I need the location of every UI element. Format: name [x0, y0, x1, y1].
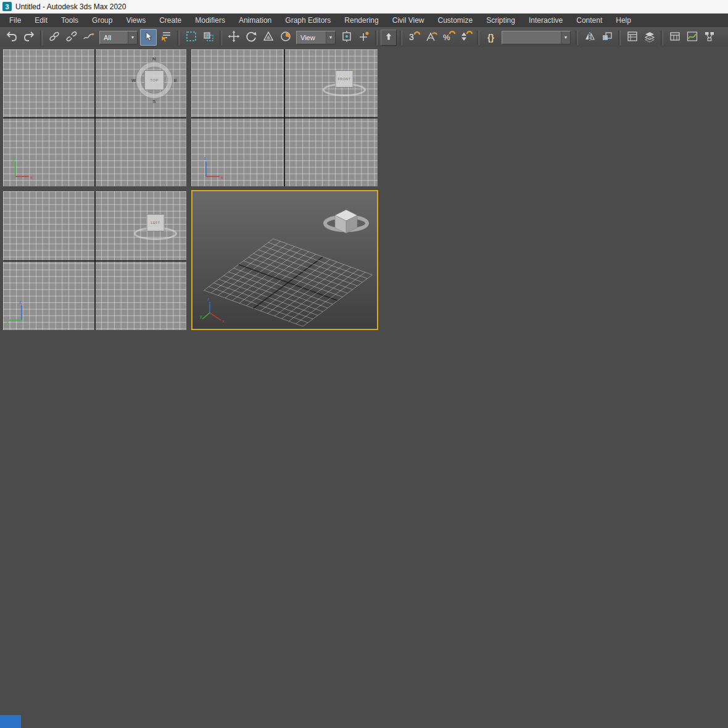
- viewport-top[interactable]: N E S W TOP y x: [3, 49, 186, 186]
- menu-item-animation[interactable]: Animation: [232, 14, 278, 27]
- toolbar-separator: [477, 30, 479, 45]
- menu-item-edit[interactable]: Edit: [28, 14, 54, 27]
- viewcube-face-top[interactable]: TOP: [144, 70, 164, 90]
- toolbar-separator: [400, 30, 402, 45]
- snap-toggle-3d-button[interactable]: 3: [405, 29, 422, 46]
- menu-item-help[interactable]: Help: [609, 14, 638, 27]
- viewcube-compass[interactable]: N E S W TOP: [132, 58, 176, 102]
- menu-item-rendering[interactable]: Rendering: [337, 14, 385, 27]
- layer-explorer-toggle-button[interactable]: [641, 29, 658, 46]
- redo-button[interactable]: [20, 29, 37, 46]
- svg-text:x: x: [221, 175, 223, 180]
- svg-text:y: y: [13, 156, 15, 161]
- use-pivot-center-button[interactable]: [338, 29, 355, 46]
- select-and-place-button[interactable]: [277, 29, 294, 46]
- ribbon-toggle-button[interactable]: [666, 29, 683, 46]
- menu-item-group[interactable]: Group: [85, 14, 119, 27]
- compass-north-label: N: [152, 56, 156, 62]
- reference-coordinate-value: View: [300, 34, 315, 41]
- menu-item-interactive[interactable]: Interactive: [522, 14, 569, 27]
- percent-snap-button[interactable]: %: [440, 29, 457, 46]
- app-logo-3dsmax: 3: [2, 2, 12, 11]
- bind-to-spacewarp-button[interactable]: [80, 29, 97, 46]
- menu-item-scripting[interactable]: Scripting: [479, 14, 522, 27]
- select-and-manipulate-button[interactable]: [355, 29, 372, 46]
- unlink-selection-button[interactable]: [63, 29, 80, 46]
- select-and-rotate-button[interactable]: [242, 29, 259, 46]
- rotate-icon: [245, 30, 257, 45]
- menu-item-views[interactable]: Views: [119, 14, 152, 27]
- viewport-left[interactable]: LEFT z y: [3, 191, 186, 330]
- select-and-move-button[interactable]: [225, 29, 242, 46]
- scene-explorer-icon: [626, 30, 639, 45]
- selection-region-button[interactable]: [183, 29, 199, 46]
- viewcube-left[interactable]: LEFT: [134, 213, 177, 242]
- svg-text:z: z: [207, 297, 210, 301]
- select-object-button[interactable]: [140, 29, 157, 46]
- toolbar-separator: [661, 30, 663, 45]
- svg-text:z: z: [19, 300, 22, 304]
- window-title: Untitled - Autodesk 3ds Max 2020: [15, 2, 126, 11]
- cursor-icon: [143, 31, 154, 44]
- selection-filter-dropdown[interactable]: All ▼: [99, 31, 138, 44]
- menu-item-content[interactable]: Content: [569, 14, 609, 27]
- schematic-view-icon: [703, 30, 716, 45]
- curve-editor-icon: [686, 30, 698, 45]
- window-crossing-button[interactable]: [200, 29, 217, 46]
- scene-explorer-toggle-button[interactable]: [624, 29, 640, 46]
- compass-west-label: W: [131, 78, 136, 83]
- edit-named-sets-button[interactable]: {}: [482, 29, 499, 46]
- svg-text:y: y: [6, 319, 9, 324]
- named-sets-dropdown[interactable]: ▼: [502, 31, 571, 44]
- curve-editor-button[interactable]: [684, 29, 700, 46]
- toolbar-separator: [618, 30, 621, 45]
- toolbar-separator: [576, 30, 578, 45]
- marquee-icon: [185, 30, 197, 45]
- place-icon: [279, 30, 292, 45]
- undo-button[interactable]: [3, 29, 20, 46]
- viewport-front[interactable]: FRONT z x: [191, 49, 378, 186]
- svg-text:y: y: [200, 314, 202, 319]
- align-button[interactable]: [598, 29, 615, 46]
- viewcube-front[interactable]: FRONT: [323, 70, 366, 98]
- mirror-icon: [584, 30, 596, 45]
- viewcube-face-left[interactable]: LEFT: [147, 214, 165, 231]
- axis-tripod-front: z x: [200, 154, 227, 181]
- axis-tripod-left: z y: [6, 298, 33, 325]
- viewport-perspective-active[interactable]: z x y: [191, 190, 378, 330]
- viewcube-face-front[interactable]: FRONT: [336, 70, 354, 88]
- reference-coordinate-dropdown[interactable]: View ▼: [296, 31, 336, 44]
- undo-icon: [6, 30, 18, 45]
- angle-snap-button[interactable]: [423, 29, 439, 46]
- select-and-scale-button[interactable]: [260, 29, 276, 46]
- toolbar-separator: [177, 30, 180, 45]
- select-and-link-button[interactable]: [46, 29, 62, 46]
- schematic-view-button[interactable]: [701, 29, 718, 46]
- taskbar-fragment[interactable]: [0, 715, 21, 728]
- menu-item-file[interactable]: File: [2, 14, 28, 27]
- axis-tripod-top: y x: [9, 154, 36, 181]
- menu-item-civil-view[interactable]: Civil View: [386, 14, 431, 27]
- world-axis-line-vertical: [94, 49, 96, 186]
- menu-item-tools[interactable]: Tools: [54, 14, 85, 27]
- keyboard-override-button[interactable]: [381, 30, 397, 46]
- snap-3d-icon: 3: [407, 30, 421, 45]
- menu-item-create[interactable]: Create: [152, 14, 188, 27]
- main-toolbar: All ▼ View ▼ 3: [0, 27, 728, 48]
- up-arrow-icon: [383, 31, 394, 44]
- toolbar-separator: [375, 30, 378, 45]
- viewcube-3d[interactable]: [321, 202, 371, 242]
- menu-item-modifiers[interactable]: Modifiers: [188, 14, 232, 27]
- mirror-button[interactable]: [581, 29, 598, 46]
- select-by-name-button[interactable]: [157, 29, 174, 46]
- menu-item-graph-editors[interactable]: Graph Editors: [278, 14, 337, 27]
- world-axis-line-vertical: [284, 49, 285, 186]
- broken-link-icon: [65, 30, 78, 45]
- spinner-snap-icon: [459, 30, 473, 45]
- spacewarp-icon: [83, 30, 95, 45]
- menu-item-customize[interactable]: Customize: [431, 14, 480, 27]
- ribbon-icon: [669, 30, 681, 45]
- svg-text:x: x: [30, 175, 33, 180]
- spinner-snap-button[interactable]: [457, 29, 474, 46]
- scale-icon: [262, 30, 275, 45]
